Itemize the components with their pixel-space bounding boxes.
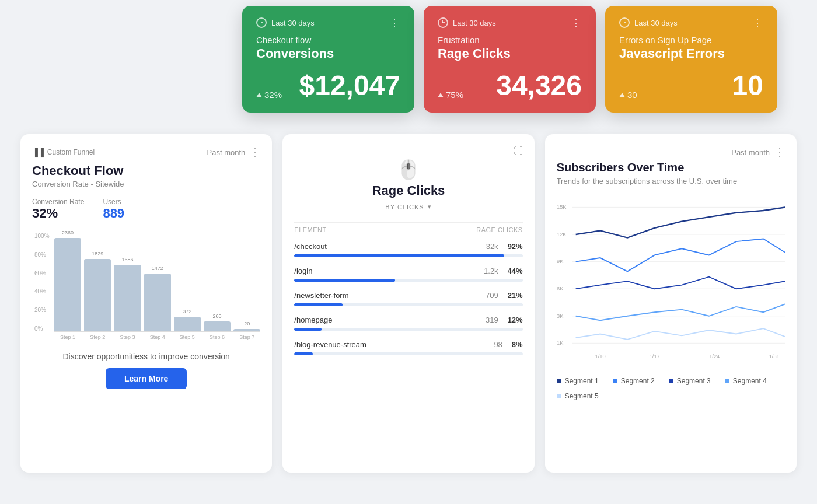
subscribers-widget-header: Past month ⋮ (557, 146, 785, 159)
y-label-100: 100% (34, 233, 50, 239)
metric-footer: 32% $12,047 (256, 72, 400, 100)
bar-step3: 1686 (114, 257, 141, 331)
metric-value: $12,047 (299, 72, 400, 100)
legend-item-segment4: Segment 4 (725, 377, 767, 385)
rage-row-homepage: /homepage 319 12% (294, 316, 522, 331)
legend-item-segment5: Segment 5 (557, 392, 599, 400)
metric-footer: 75% 34,326 (438, 72, 582, 100)
rage-rows-list: /checkout 32k 92% /login (294, 242, 522, 355)
metric-card-header-left: Last 30 days (256, 18, 315, 28)
metric-card-header: Last 30 days ⋮ (619, 16, 763, 29)
x-label-1: Step 1 (54, 334, 81, 340)
svg-text:12K: 12K (557, 232, 567, 237)
rage-percent: 21% (508, 291, 523, 300)
rage-table-header: ELEMENT RAGE CLICKS (294, 222, 522, 237)
bar-value-3: 1686 (121, 257, 133, 262)
conversion-rate-label: Conversion Rate (32, 198, 84, 206)
bar-value-4: 1472 (152, 265, 163, 271)
metric-subtitle: Checkout flow (256, 35, 400, 45)
y-label-40: 40% (34, 288, 50, 295)
x-label-3: Step 3 (114, 334, 141, 340)
funnel-widget-header: ▐▐ Custom Funnel Past month ⋮ (32, 146, 260, 159)
metric-change-value: 30 (627, 90, 637, 100)
bar-7 (233, 329, 260, 331)
bar-5 (174, 317, 201, 331)
rage-icon-container: 🖱️ (294, 159, 522, 181)
bar-chart-bars: 2360 1829 1686 1472 (54, 233, 260, 332)
bar-1 (54, 238, 81, 331)
rage-numbers: 709 21% (486, 291, 523, 300)
progress-bar-fill (294, 254, 504, 257)
subscribers-options-icon[interactable]: ⋮ (774, 146, 785, 159)
funnel-subtitle: Conversion Rate - Sitewide (32, 180, 260, 188)
cursor-icon: 🖱️ (397, 159, 420, 180)
learn-more-button[interactable]: Learn More (106, 368, 187, 389)
bar-chart-container: 100% 80% 60% 40% 20% 0% 2360 1829 (32, 233, 260, 332)
metric-title: Conversions (256, 46, 400, 61)
svg-text:1/24: 1/24 (709, 354, 720, 359)
metric-value: 34,326 (496, 72, 582, 100)
rage-row-data: /newsletter-form 709 21% (294, 291, 522, 300)
rage-count: 98 (494, 340, 502, 349)
metric-period: Last 30 days (271, 19, 315, 27)
x-label-6: Step 6 (204, 334, 231, 340)
rage-row-data: /homepage 319 12% (294, 316, 522, 324)
metric-subtitle: Frustration (438, 35, 582, 45)
funnel-period: Past month (207, 148, 246, 157)
legend-dot-segment4 (725, 379, 729, 383)
rage-percent: 8% (512, 340, 523, 349)
metric-card-header-left: Last 30 days (619, 18, 678, 28)
rage-element-name: /blog-revenue-stream (294, 340, 366, 349)
legend-label-segment4: Segment 4 (733, 377, 767, 385)
progress-bar-fill (294, 279, 394, 282)
bar-value-5: 372 (183, 309, 191, 314)
bar-step6: 260 (204, 313, 231, 331)
rage-filter[interactable]: BY CLICKS ▾ (294, 203, 522, 211)
svg-text:1/31: 1/31 (769, 354, 779, 359)
x-label-5: Step 5 (174, 334, 201, 340)
legend-label-segment2: Segment 2 (621, 377, 655, 385)
x-label-7: Step 7 (233, 334, 260, 340)
svg-text:6K: 6K (557, 286, 564, 292)
metric-subtitle: Errors on Sign Up Page (619, 35, 763, 45)
funnel-conversion-rate: Conversion Rate 32% (32, 198, 84, 221)
rage-col-element-header: ELEMENT (294, 226, 326, 233)
rage-element-name: /checkout (294, 242, 327, 251)
y-axis: 100% 80% 60% 40% 20% 0% (32, 233, 52, 332)
progress-bar-fill (294, 352, 312, 355)
rage-numbers: 1.2k 44% (484, 267, 523, 275)
x-label-4: Step 4 (144, 334, 171, 340)
clock-icon (256, 18, 267, 28)
svg-text:1/10: 1/10 (595, 354, 605, 359)
widgets-row: ▐▐ Custom Funnel Past month ⋮ Checkout F… (20, 134, 797, 473)
legend-dot-segment3 (669, 379, 673, 383)
progress-bar-fill (294, 303, 342, 306)
metric-card-conversions: Last 30 days ⋮ Checkout flow Conversions… (242, 6, 414, 113)
clock-icon (438, 18, 448, 28)
metric-change-value: 75% (446, 90, 463, 100)
rage-row-login: /login 1.2k 44% (294, 267, 522, 282)
expand-icon[interactable]: ⛶ (514, 146, 523, 156)
metric-change-value: 32% (264, 90, 282, 100)
bar-2 (84, 259, 111, 331)
arrow-up-icon (619, 93, 625, 97)
metric-card-js-errors: Last 30 days ⋮ Errors on Sign Up Page Ja… (605, 6, 777, 113)
legend-dot-segment1 (557, 379, 561, 383)
legend-label-segment3: Segment 3 (677, 377, 711, 385)
metric-options-icon[interactable]: ⋮ (389, 16, 400, 29)
legend-label-segment1: Segment 1 (565, 377, 599, 385)
metric-options-icon[interactable]: ⋮ (752, 16, 763, 29)
rage-numbers: 98 8% (494, 340, 522, 349)
subscribers-chart-svg: 15K 12K 9K 6K 3K 1K 1/10 1/17 1/24 (557, 195, 785, 370)
bar-step4: 1472 (144, 265, 171, 331)
metric-options-icon[interactable]: ⋮ (571, 16, 582, 29)
funnel-options-icon[interactable]: ⋮ (250, 146, 260, 159)
subscribers-subtitle: Trends for the subscriptions across the … (557, 177, 785, 186)
rage-row-newsletter: /newsletter-form 709 21% (294, 291, 522, 306)
subscribers-chart-container: 15K 12K 9K 6K 3K 1K 1/10 1/17 1/24 (557, 195, 785, 372)
metric-card-header-left: Last 30 days (438, 18, 496, 28)
rage-numbers: 32k 92% (486, 242, 523, 251)
subscribers-widget-card: Past month ⋮ Subscribers Over Time Trend… (545, 134, 797, 473)
rage-element-name: /newsletter-form (294, 291, 348, 300)
bar-3 (114, 265, 141, 331)
